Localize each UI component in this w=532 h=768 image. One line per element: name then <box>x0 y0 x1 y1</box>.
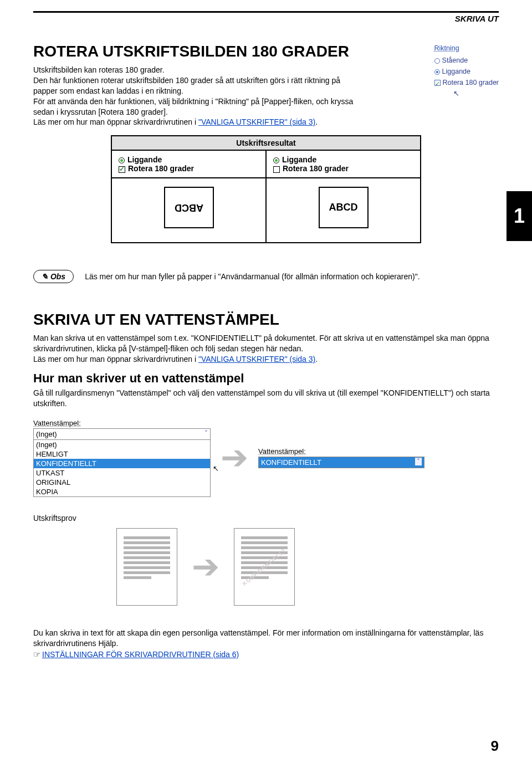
result-col1-options: Liggande Rotera 180 grader <box>112 151 265 177</box>
opt-liggande-2: Liggande <box>282 155 316 164</box>
preview-abcd-normal: ABCD <box>319 187 369 228</box>
text-line <box>124 536 170 539</box>
radio-icon <box>434 58 440 64</box>
rotate-p2: För att använda den här funktionen, välj… <box>33 96 366 117</box>
page-number: 9 <box>491 738 499 755</box>
text-line <box>241 536 288 539</box>
arrow-right-icon: ➔ <box>221 449 248 466</box>
radio-selected-icon <box>434 69 440 75</box>
pointing-hand-icon: ☞ <box>33 649 40 659</box>
link-vanliga-utskrifter-2[interactable]: "VANLIGA UTSKRIFTER" (sida 3) <box>198 355 315 363</box>
arrow-right-icon: ➔ <box>192 559 219 575</box>
dropdown-item-inget[interactable]: (Inget) <box>34 440 210 449</box>
dropdown-label-1: Vattenstämpel: <box>33 419 211 427</box>
dropdown-item-konfidentiellt[interactable]: KONFIDENTIELLT <box>34 459 210 468</box>
preview-abcd-rotated: ABCD <box>164 187 214 228</box>
rotate-p1: Den här funktionen roterar utskriftsbild… <box>33 75 366 96</box>
link-vanliga-utskrifter-1[interactable]: "VANLIGA UTSKRIFTER" (sida 3) <box>198 117 315 126</box>
riktning-option-liggande[interactable]: Liggande <box>434 66 499 77</box>
preview-rotated: ABCD <box>112 178 265 242</box>
watermark-p2b: . <box>315 355 318 363</box>
rotate-title: ROTERA UTSKRIFTSBILDEN 180 GRADER <box>33 43 499 60</box>
sample-page-before <box>116 528 177 606</box>
text-line <box>124 566 170 569</box>
chapter-tab: 1 <box>507 191 532 241</box>
watermark-p1: Man kan skriva ut en vattenstämpel som t… <box>33 333 499 354</box>
obs-badge: ✎ Obs <box>33 270 74 283</box>
pencil-icon: ✎ <box>42 272 50 281</box>
dropdown-selected-value[interactable]: (Inget) <box>33 428 211 440</box>
results-table: Utskriftsresultat Liggande Rotera 180 gr… <box>111 135 421 243</box>
text-line <box>241 571 288 574</box>
riktning-option-staende[interactable]: Stående <box>434 55 499 66</box>
text-line <box>124 561 170 564</box>
text-line <box>124 576 151 579</box>
dropdown-list: (Inget) HEMLIGT KONFIDENTIELLT UTKAST OR… <box>33 440 211 497</box>
opt-liggande-1: Liggande <box>127 155 162 164</box>
opt-rotera-1: Rotera 180 grader <box>128 164 194 173</box>
watermark-p3: Gå till rullgardinsmenyn "Vattenstämpel"… <box>33 388 499 409</box>
obs-label: Obs <box>50 272 65 281</box>
watermark-subtitle: Hur man skriver ut en vattenstämpel <box>33 371 499 386</box>
dropdown-item-kopia[interactable]: KOPIA <box>34 487 210 496</box>
watermark-p2a: Läs mer om hur man öppnar skrivardrivrut… <box>33 355 198 363</box>
result-col2-options: Liggande Rotera 180 grader <box>265 151 420 177</box>
dropdown-item-utkast[interactable]: UTKAST <box>34 468 210 478</box>
riktning-label-1: Stående <box>442 57 468 64</box>
rotate-p3b: . <box>315 117 318 126</box>
cursor-icon: ↖ <box>453 88 499 100</box>
obs-text: Läs mer om hur man fyller på papper i "A… <box>85 272 420 281</box>
rotate-intro: Utskriftsbilden kan roteras 180 grader. <box>33 65 366 75</box>
watermark-dropdown-result[interactable]: Vattenstämpel: KONFIDENTIELLT <box>258 447 424 468</box>
header-section: SKRIVA UT <box>33 14 499 23</box>
radio-selected-icon <box>119 157 125 163</box>
dropdown-label-2: Vattenstämpel: <box>258 447 424 455</box>
checkbox-unchecked-icon <box>273 166 280 173</box>
results-header: Utskriftsresultat <box>112 136 420 151</box>
riktning-label-3: Rotera 180 grader <box>443 79 499 86</box>
text-line <box>124 571 170 574</box>
text-line <box>124 556 170 559</box>
sample-page-after: KONFIDENTIELLT <box>234 528 295 606</box>
text-line <box>124 546 170 549</box>
watermark-title: SKRIVA UT EN VATTENSTÄMPEL <box>33 311 499 329</box>
rotate-p3a: Läs mer om hur man öppnar skrivardrivrut… <box>33 117 198 126</box>
text-line <box>124 541 170 544</box>
text-line <box>241 541 288 544</box>
riktning-option-rotera[interactable]: Rotera 180 grader <box>434 77 499 88</box>
dropdown-item-original[interactable]: ORIGINAL <box>34 478 210 487</box>
dropdown-item-hemligt[interactable]: HEMLIGT <box>34 449 210 459</box>
preview-normal: ABCD <box>265 178 420 242</box>
dropdown-result-value[interactable]: KONFIDENTIELLT <box>258 457 424 468</box>
footer-text: Du kan skriva in text för att skapa din … <box>33 628 499 649</box>
riktning-label-2: Liggande <box>442 68 470 75</box>
checkbox-checked-icon <box>434 80 441 86</box>
opt-rotera-2: Rotera 180 grader <box>283 164 349 173</box>
checkbox-checked-icon <box>119 166 125 173</box>
radio-selected-icon <box>273 157 279 163</box>
watermark-dropdown-open[interactable]: Vattenstämpel: (Inget) (Inget) HEMLIGT K… <box>33 419 211 497</box>
header-rule <box>33 11 499 13</box>
utskriftsprov-label: Utskriftsprov <box>33 514 499 523</box>
link-installningar[interactable]: INSTÄLLNINGAR FÖR SKRIVARDRIVRUTINER (si… <box>42 650 239 659</box>
riktning-title: Riktning <box>434 43 499 54</box>
text-line <box>124 551 170 554</box>
riktning-panel: Riktning Stående Liggande Rotera 180 gra… <box>434 43 499 100</box>
